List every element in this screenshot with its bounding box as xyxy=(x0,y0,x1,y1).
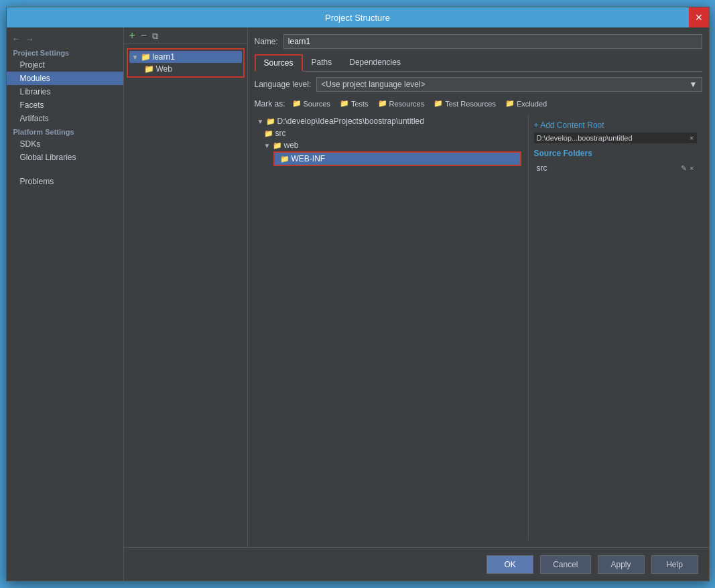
ft-folder-web: 📁 xyxy=(273,141,282,150)
mark-test-resources[interactable]: 📁 Test Resources xyxy=(431,98,499,108)
web-inf-highlight: 📁 WEB-INF xyxy=(273,151,521,166)
test-resources-folder-icon: 📁 xyxy=(434,99,443,108)
mark-tests[interactable]: 📁 Tests xyxy=(337,98,371,108)
remove-source-folder-icon[interactable]: × xyxy=(690,164,694,173)
remove-module-button[interactable]: − xyxy=(139,30,148,41)
ft-label-src: src xyxy=(275,129,286,138)
mark-excluded-label: Excluded xyxy=(517,100,547,108)
sidebar-item-sdks[interactable]: SDKs xyxy=(7,137,123,151)
mark-sources[interactable]: 📁 Sources xyxy=(289,98,333,108)
lang-select[interactable]: <Use project language level> ▼ xyxy=(316,77,702,92)
ft-node-web[interactable]: ▼ 📁 web xyxy=(255,139,523,151)
name-row: Name: xyxy=(255,34,702,49)
sidebar-item-facets[interactable]: Facets xyxy=(7,98,123,112)
learn1-highlight-box: ▼ 📁 learn1 📁 Web xyxy=(127,48,245,78)
mark-sources-label: Sources xyxy=(304,100,330,108)
mark-test-resources-label: Test Resources xyxy=(445,100,496,108)
sidebar-item-libraries[interactable]: Libraries xyxy=(7,85,123,98)
content-root-close-icon[interactable]: × xyxy=(690,134,694,142)
ft-node-src[interactable]: 📁 src xyxy=(255,127,523,139)
lang-dropdown-icon: ▼ xyxy=(690,80,698,89)
file-tree-area: ▼ 📁 D:\develop\IdeaProjects\boostrap\unt… xyxy=(255,115,523,540)
tests-folder-icon: 📁 xyxy=(340,99,349,108)
sources-folder-icon: 📁 xyxy=(292,99,302,108)
panel-body: + − ⧉ ▼ 📁 learn1 � xyxy=(124,27,709,547)
cancel-button[interactable]: Cancel xyxy=(540,555,590,574)
source-folder-actions: ✎ × xyxy=(681,164,694,173)
sidebar-item-project[interactable]: Project xyxy=(7,58,123,72)
platform-settings-section: Platform Settings xyxy=(7,125,123,137)
expand-icon: ▼ xyxy=(132,54,139,61)
name-label: Name: xyxy=(255,37,278,46)
apply-button[interactable]: Apply xyxy=(598,555,645,574)
ft-folder-root: 📁 xyxy=(266,117,275,126)
ft-folder-src: 📁 xyxy=(264,129,273,138)
sidebar: ← → Project Settings Project Modules Lib… xyxy=(7,27,124,581)
resources-folder-icon: 📁 xyxy=(378,99,387,108)
tab-dependencies[interactable]: Dependencies xyxy=(340,54,409,71)
sidebar-item-problems[interactable]: Problems xyxy=(7,175,123,188)
ft-node-web-inf[interactable]: 📁 WEB-INF xyxy=(275,153,520,165)
ok-button[interactable]: OK xyxy=(486,555,533,574)
tree-node-learn1[interactable]: ▼ 📁 learn1 xyxy=(129,51,242,63)
footer: OK Cancel Apply Help xyxy=(124,547,709,581)
project-settings-section: Project Settings xyxy=(7,46,123,58)
ft-label-web-inf: WEB-INF xyxy=(291,154,326,163)
source-folder-name: src xyxy=(537,163,547,173)
mark-resources-label: Resources xyxy=(389,100,425,108)
name-input[interactable] xyxy=(283,34,702,49)
sidebar-item-modules[interactable]: Modules xyxy=(7,72,123,85)
source-panel: + Add Content Root D:\develop...boostrap… xyxy=(528,115,702,540)
nav-back-icon[interactable]: ← xyxy=(12,33,21,44)
add-content-root-link[interactable]: + Add Content Root xyxy=(534,121,697,130)
tree-label-web: Web xyxy=(156,64,172,74)
folder-icon-web: 📁 xyxy=(144,64,154,74)
main-panel: + − ⧉ ▼ 📁 learn1 � xyxy=(124,27,709,581)
lang-label: Language level: xyxy=(255,80,312,89)
mark-resources[interactable]: 📁 Resources xyxy=(375,98,428,108)
close-button[interactable]: ✕ xyxy=(689,7,709,27)
lang-select-value: <Use project language level> xyxy=(321,80,425,89)
content-root-path: D:\develop...boostrap\untitled × xyxy=(534,133,697,143)
mark-tests-label: Tests xyxy=(351,100,369,108)
bottom-panel: ▼ 📁 D:\develop\IdeaProjects\boostrap\unt… xyxy=(255,115,702,540)
source-folder-item-src: src ✎ × xyxy=(534,162,697,174)
ft-expand-root: ▼ xyxy=(257,118,264,125)
tabs-row: Sources Paths Dependencies xyxy=(255,54,702,72)
settings-content: Name: Sources Paths Dependencies Languag… xyxy=(248,27,709,547)
sidebar-item-global-libraries[interactable]: Global Libraries xyxy=(7,151,123,164)
copy-module-button[interactable]: ⧉ xyxy=(151,31,159,40)
tab-sources[interactable]: Sources xyxy=(255,54,303,72)
nav-row: ← → xyxy=(7,31,123,46)
title-bar: Project Structure ✕ xyxy=(7,7,709,27)
source-folders-header: Source Folders xyxy=(534,149,697,158)
tree-content: ▼ 📁 learn1 📁 Web xyxy=(124,44,247,547)
lang-row: Language level: <Use project language le… xyxy=(255,77,702,92)
content-root-path-label: D:\develop...boostrap\untitled xyxy=(537,134,633,142)
folder-icon-learn1: 📁 xyxy=(141,52,151,62)
content-area: ← → Project Settings Project Modules Lib… xyxy=(7,27,709,581)
project-structure-dialog: Project Structure ✕ ← → Project Settings… xyxy=(6,7,710,581)
ft-expand-web: ▼ xyxy=(264,142,271,149)
excluded-folder-icon: 📁 xyxy=(505,99,515,108)
sidebar-item-artifacts[interactable]: Artifacts xyxy=(7,112,123,125)
nav-forward-icon[interactable]: → xyxy=(25,33,35,44)
ft-label-web: web xyxy=(284,141,299,150)
tab-paths[interactable]: Paths xyxy=(303,54,341,71)
tree-node-web[interactable]: 📁 Web xyxy=(129,63,242,75)
add-content-root-label: + Add Content Root xyxy=(534,121,604,130)
mark-excluded[interactable]: 📁 Excluded xyxy=(503,98,549,108)
mark-as-label: Mark as: xyxy=(255,99,285,108)
dialog-title: Project Structure xyxy=(325,13,390,23)
edit-source-folder-icon[interactable]: ✎ xyxy=(681,164,687,173)
module-tree: + − ⧉ ▼ 📁 learn1 � xyxy=(124,27,248,547)
add-module-button[interactable]: + xyxy=(128,30,137,41)
tree-label-learn1: learn1 xyxy=(153,52,175,62)
tree-toolbar: + − ⧉ xyxy=(124,27,247,44)
ft-label-root: D:\develop\IdeaProjects\boostrap\untitle… xyxy=(277,117,424,126)
help-button[interactable]: Help xyxy=(651,555,698,574)
mark-as-row: Mark as: 📁 Sources 📁 Tests 📁 Resources xyxy=(255,98,702,108)
ft-node-root[interactable]: ▼ 📁 D:\develop\IdeaProjects\boostrap\unt… xyxy=(255,115,523,127)
ft-folder-web-inf: 📁 xyxy=(280,155,289,163)
